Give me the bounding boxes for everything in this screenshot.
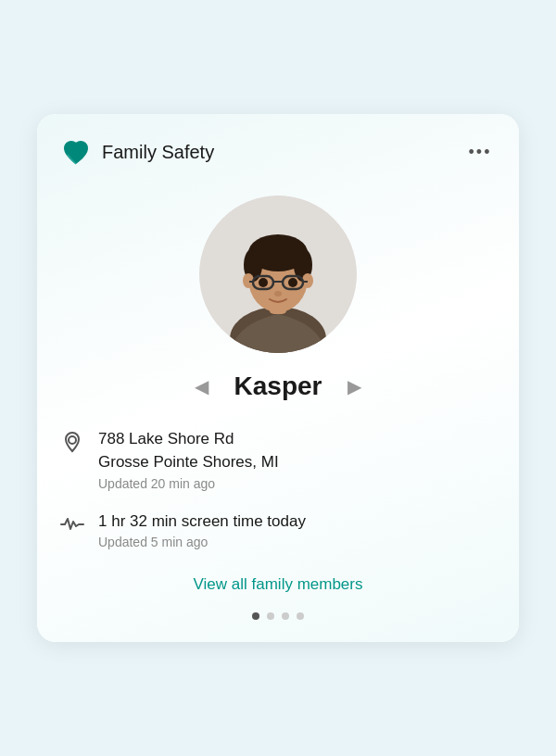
svg-point-7 — [252, 238, 304, 264]
dot-1 — [252, 612, 259, 620]
more-options-button[interactable]: ••• — [463, 136, 497, 170]
dot-2 — [267, 612, 274, 620]
screen-time-content: 1 hr 32 min screen time today Updated 5 … — [98, 510, 306, 550]
view-all-section: View all family members — [59, 575, 497, 594]
avatar-section — [59, 195, 497, 353]
screen-time-description: 1 hr 32 min screen time today — [98, 510, 306, 534]
activity-icon — [59, 511, 85, 537]
heart-icon — [59, 136, 93, 170]
screen-time-row: 1 hr 32 min screen time today Updated 5 … — [59, 510, 497, 550]
info-section: 788 Lake Shore Rd Grosse Pointe Shores, … — [59, 427, 497, 550]
address-line2: Grosse Pointe Shores, MI — [98, 450, 279, 474]
name-row: ◀ Kasper ▶ — [59, 372, 497, 401]
view-all-link[interactable]: View all family members — [194, 575, 363, 593]
next-person-button[interactable]: ▶ — [340, 372, 369, 401]
page-dots — [59, 612, 497, 620]
card-header: Family Safety ••• — [59, 136, 497, 170]
dot-4 — [297, 612, 304, 620]
avatar — [199, 195, 357, 353]
dot-3 — [282, 612, 289, 620]
prev-person-button[interactable]: ◀ — [187, 372, 216, 401]
person-name: Kasper — [234, 372, 322, 401]
app-title: Family Safety — [102, 142, 214, 163]
location-icon — [59, 429, 85, 455]
header-left: Family Safety — [59, 136, 214, 170]
location-content: 788 Lake Shore Rd Grosse Pointe Shores, … — [98, 427, 279, 491]
svg-point-18 — [69, 436, 76, 444]
location-updated: Updated 20 min ago — [98, 476, 279, 491]
svg-point-17 — [274, 291, 282, 296]
svg-point-15 — [259, 278, 268, 287]
screen-time-updated: Updated 5 min ago — [98, 535, 306, 549]
svg-point-16 — [288, 278, 297, 287]
address-line1: 788 Lake Shore Rd — [98, 427, 279, 451]
family-safety-card: Family Safety ••• — [37, 114, 519, 643]
person-illustration — [199, 195, 357, 353]
more-dots: ••• — [469, 143, 492, 162]
location-row: 788 Lake Shore Rd Grosse Pointe Shores, … — [59, 427, 497, 491]
